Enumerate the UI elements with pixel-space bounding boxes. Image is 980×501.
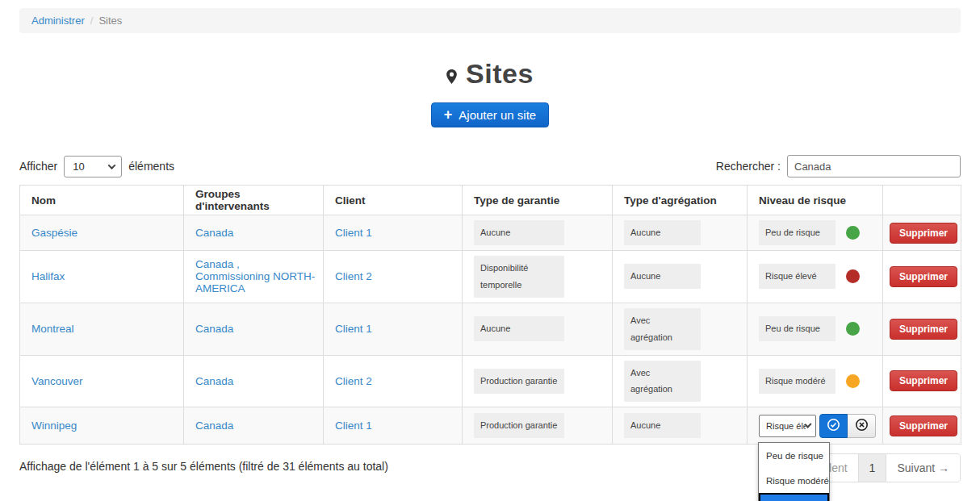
show-label: Afficher — [19, 160, 57, 173]
table-row: Winnipeg Canada Client 1 Production gara… — [20, 407, 961, 445]
table-row: Halifax Canada , Commissioning NORTH-AME… — [20, 251, 961, 303]
site-link[interactable]: Vancouver — [31, 375, 83, 387]
header-niveau-risque[interactable]: Niveau de risque — [748, 186, 883, 215]
client-link[interactable]: Client 1 — [335, 420, 372, 432]
group-link[interactable]: Canada — [195, 323, 233, 335]
guarantee-select: Production garantie — [474, 413, 564, 438]
plus-icon: + — [444, 107, 453, 122]
add-site-button-label: Ajouter un site — [459, 108, 536, 122]
guarantee-select: Production garantie — [474, 369, 564, 394]
table-header-row: Nom Groupes d'intervenants Client Type d… — [20, 186, 961, 215]
guarantee-select: Aucune — [474, 220, 564, 245]
breadcrumb-separator: / — [90, 15, 94, 27]
table-info: Affichage de l'élément 1 à 5 sur 5 éléme… — [19, 453, 388, 473]
aggregation-select: Avec agrégation — [624, 361, 701, 403]
search-input[interactable] — [787, 155, 961, 177]
header-actions — [883, 186, 961, 215]
guarantee-select: Disponibilité temporelle — [474, 256, 564, 298]
risk-dot — [846, 269, 860, 283]
page-size-select[interactable]: 10 — [64, 156, 122, 177]
add-site-button[interactable]: + Ajouter un site — [431, 102, 549, 127]
table-row: Montreal Canada Client 1 Aucune Avec agr… — [20, 303, 961, 355]
site-link[interactable]: Winnipeg — [31, 420, 77, 432]
page-title-text: Sites — [466, 58, 534, 90]
search-label: Rechercher : — [716, 160, 781, 173]
table-row: Vancouver Canada Client 2 Production gar… — [20, 355, 961, 407]
page-size-value: 10 — [73, 161, 84, 173]
client-link[interactable]: Client 1 — [335, 227, 372, 239]
header-groupes[interactable]: Groupes d'intervenants — [184, 186, 324, 215]
delete-button[interactable]: Supprimer — [890, 223, 957, 244]
pagination-page-1[interactable]: 1 — [858, 454, 887, 482]
risk-level-select-value: Risque élevé — [766, 421, 806, 431]
page-title: Sites — [446, 57, 534, 90]
risk-option-moderate[interactable]: Risque modéré — [759, 468, 829, 493]
map-pin-icon — [446, 59, 457, 90]
client-link[interactable]: Client 2 — [335, 270, 372, 282]
risk-option-low[interactable]: Peu de risque — [759, 443, 829, 468]
header-type-agregation[interactable]: Type d'agrégation — [613, 186, 748, 215]
chevron-down-icon — [108, 161, 116, 169]
elements-label: éléments — [128, 160, 174, 173]
sites-table: Nom Groupes d'intervenants Client Type d… — [19, 185, 961, 445]
cancel-button[interactable] — [848, 414, 876, 438]
header-type-garantie[interactable]: Type de garantie — [463, 186, 613, 215]
aggregation-select: Aucune — [624, 264, 701, 289]
header-client[interactable]: Client — [324, 186, 463, 215]
aggregation-select: Aucune — [624, 220, 701, 245]
x-circle-icon — [855, 418, 869, 434]
risk-select[interactable]: Risque modéré — [759, 369, 836, 394]
guarantee-select: Aucune — [474, 316, 564, 341]
site-link[interactable]: Halifax — [31, 270, 65, 282]
risk-dot — [846, 226, 860, 240]
group-link[interactable]: Canada — [195, 420, 233, 432]
delete-button[interactable]: Supprimer — [890, 370, 957, 391]
delete-button[interactable]: Supprimer — [890, 266, 957, 287]
risk-select[interactable]: Peu de risque — [759, 316, 836, 341]
aggregation-select: Aucune — [624, 413, 701, 438]
breadcrumb-current: Sites — [98, 15, 122, 27]
risk-option-high[interactable]: Risque élevé — [759, 493, 829, 501]
client-link[interactable]: Client 2 — [335, 375, 372, 387]
site-link[interactable]: Gaspésie — [31, 227, 77, 239]
group-link[interactable]: Canada — [195, 375, 233, 387]
site-link[interactable]: Montreal — [31, 323, 74, 335]
breadcrumb-link-administrer[interactable]: Administrer — [31, 15, 85, 27]
risk-dot — [846, 374, 860, 388]
header-nom[interactable]: Nom — [20, 186, 184, 215]
delete-button[interactable]: Supprimer — [890, 415, 957, 436]
risk-level-select[interactable]: Risque élevé — [759, 415, 816, 437]
check-circle-icon — [827, 418, 840, 434]
delete-button[interactable]: Supprimer — [890, 319, 957, 340]
breadcrumb: Administrer/Sites — [19, 8, 961, 33]
table-row: Gaspésie Canada Client 1 Aucune Aucune P… — [20, 215, 961, 251]
risk-dropdown-panel: Peu de risque Risque modéré Risque élevé — [758, 442, 830, 501]
aggregation-select: Avec agrégation — [624, 308, 701, 350]
risk-select[interactable]: Peu de risque — [759, 220, 836, 245]
risk-select[interactable]: Risque élevé — [759, 264, 836, 289]
risk-dot — [846, 322, 860, 336]
confirm-button[interactable] — [819, 414, 848, 438]
group-link[interactable]: Canada , Commissioning NORTH-AMERICA — [195, 258, 315, 294]
pagination-next[interactable]: Suivant → — [886, 454, 960, 482]
client-link[interactable]: Client 1 — [335, 323, 372, 335]
group-link[interactable]: Canada — [195, 227, 233, 239]
